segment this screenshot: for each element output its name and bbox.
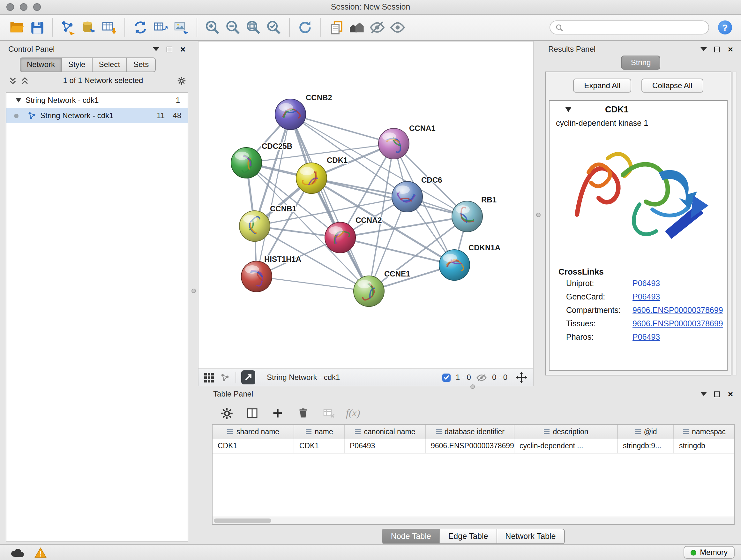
edge-CCNA2-CDKN1A[interactable] — [340, 238, 455, 265]
card-disclosure-triangle-icon[interactable] — [565, 106, 572, 112]
column-header-name[interactable]: name — [294, 425, 345, 439]
open-session-button[interactable] — [6, 17, 27, 38]
search-input[interactable] — [567, 22, 703, 33]
float-panel-icon[interactable] — [713, 45, 721, 53]
table-settings-gear-icon[interactable] — [218, 405, 235, 422]
export-image-button[interactable] — [171, 17, 192, 38]
panel-menu-icon[interactable] — [699, 45, 708, 53]
column-header-id[interactable]: @id — [618, 425, 674, 439]
zoom-window-button[interactable] — [33, 3, 41, 11]
edge-CCNB2-CCNE1[interactable] — [290, 114, 369, 291]
crosslink-link-uniprot[interactable]: P06493 — [632, 279, 660, 288]
zoom-fit-button[interactable] — [243, 17, 264, 38]
memory-button[interactable]: Memory — [683, 546, 735, 559]
zoom-in-button[interactable] — [202, 17, 223, 38]
expand-all-networks-icon[interactable] — [20, 76, 29, 84]
tab-network[interactable]: Network — [20, 57, 62, 72]
cloud-button[interactable] — [9, 544, 25, 560]
import-table-button[interactable] — [99, 17, 119, 38]
close-panel-icon[interactable]: × — [726, 45, 735, 53]
node-CCNE1[interactable] — [354, 276, 384, 307]
zoom-selected-button[interactable] — [264, 17, 284, 38]
node-HIST1H1A[interactable] — [241, 261, 272, 292]
tab-edge-table[interactable]: Edge Table — [440, 529, 497, 544]
delete-column-trash-icon[interactable] — [295, 405, 312, 422]
zoom-out-button[interactable] — [223, 17, 243, 38]
network-options-gear-icon[interactable] — [178, 76, 186, 84]
refresh-view-button[interactable] — [295, 17, 315, 38]
column-header-shared-name[interactable]: shared name — [212, 425, 294, 439]
edge-CCNB2-HIST1H1A[interactable] — [257, 114, 290, 276]
tab-style[interactable]: Style — [61, 57, 92, 72]
tab-sets[interactable]: Sets — [126, 57, 156, 72]
apply-layout-button[interactable] — [130, 17, 151, 38]
protein-card-cdk1: CDK1 cyclin-dependent kinase 1 CrossLink… — [549, 100, 728, 371]
node-CDC25B[interactable] — [231, 147, 262, 178]
collapse-all-button[interactable]: Collapse All — [642, 78, 703, 92]
fit-selected-crosshair-icon[interactable] — [515, 371, 528, 384]
vertical-splitter-handle[interactable] — [536, 212, 541, 217]
show-columns-icon[interactable] — [244, 405, 260, 422]
float-panel-icon[interactable] — [165, 45, 174, 53]
node-CDC6[interactable] — [392, 181, 422, 212]
panel-menu-icon[interactable] — [699, 390, 708, 398]
close-panel-icon[interactable]: × — [726, 390, 735, 398]
node-CDK1[interactable] — [296, 163, 327, 193]
save-session-button[interactable] — [27, 17, 47, 38]
node-RB1[interactable] — [452, 201, 482, 232]
vertical-splitter-handle[interactable] — [192, 289, 196, 293]
crosslink-link-genecard[interactable]: P06493 — [632, 293, 660, 301]
crosslink-row: GeneCard: P06493 — [566, 293, 727, 301]
import-network-from-database-button[interactable] — [78, 17, 99, 38]
share-network-icon[interactable] — [219, 372, 230, 383]
crosslink-link-pharos[interactable]: P06493 — [632, 333, 660, 341]
network-canvas[interactable]: CCNB2CCNA1CDC25BCDK1CDC6RB1CCNB1CCNA2CDK… — [199, 42, 533, 368]
results-scrollbar[interactable] — [732, 71, 737, 375]
expand-all-button[interactable]: Expand All — [574, 78, 631, 92]
network-collection-row[interactable]: String Network - cdk1 1 — [6, 92, 188, 108]
float-panel-icon[interactable] — [713, 390, 721, 398]
node-CDKN1A[interactable] — [439, 250, 470, 280]
table-row[interactable]: CDK1 CDK1 P06493 9606.ENSP00000378699 cy… — [212, 439, 734, 454]
disclosure-triangle-icon[interactable] — [15, 98, 22, 103]
export-network-button[interactable] — [151, 17, 171, 38]
help-button[interactable]: ? — [718, 20, 732, 35]
edge-CCNB2-CCNA1[interactable] — [290, 114, 394, 144]
node-CCNA1[interactable] — [379, 128, 409, 159]
node-CCNB2[interactable] — [275, 99, 306, 130]
column-header-namespace[interactable]: namespac — [674, 425, 734, 439]
show-graphics-button[interactable] — [387, 17, 408, 38]
function-builder-button[interactable]: f(x) — [346, 408, 360, 419]
node-CCNA2[interactable] — [325, 222, 355, 253]
minimize-window-button[interactable] — [20, 3, 27, 11]
panel-menu-icon[interactable] — [152, 45, 160, 53]
table-horizontal-scrollbar[interactable] — [212, 516, 734, 524]
node-CCNB1[interactable] — [239, 211, 270, 241]
collapse-all-networks-icon[interactable] — [8, 76, 17, 84]
network-row[interactable]: String Network - cdk1 11 48 — [6, 108, 188, 123]
tab-select[interactable]: Select — [91, 57, 127, 72]
birdseye-grid-icon[interactable] — [204, 372, 214, 383]
edge-CCNE1-HIST1H1A[interactable] — [257, 276, 369, 291]
hide-annotations-button[interactable] — [367, 17, 387, 38]
column-header-database-identifier[interactable]: database identifier — [426, 425, 515, 439]
memory-label: Memory — [700, 548, 728, 557]
tab-node-table[interactable]: Node Table — [382, 529, 440, 544]
scrollbar-thumb[interactable] — [214, 518, 271, 523]
crosslink-link-compartments[interactable]: 9606.ENSP00000378699 — [632, 306, 723, 315]
export-view-button[interactable] — [241, 370, 255, 384]
import-network-from-file-button[interactable] — [58, 17, 78, 38]
copy-button[interactable] — [326, 17, 347, 38]
tab-network-table[interactable]: Network Table — [496, 529, 564, 544]
close-window-button[interactable] — [6, 3, 14, 11]
column-header-canonical-name[interactable]: canonical name — [345, 425, 426, 439]
warnings-button[interactable] — [32, 544, 49, 560]
horizontal-splitter-handle[interactable] — [470, 384, 475, 389]
crosslink-link-tissues[interactable]: 9606.ENSP00000378699 — [632, 319, 723, 328]
results-tab-string[interactable]: String — [621, 56, 661, 70]
add-column-icon[interactable] — [269, 405, 286, 422]
home-button[interactable] — [347, 17, 367, 38]
column-header-description[interactable]: description — [515, 425, 618, 439]
selection-checkbox[interactable] — [442, 373, 451, 381]
close-panel-icon[interactable]: × — [179, 45, 187, 53]
